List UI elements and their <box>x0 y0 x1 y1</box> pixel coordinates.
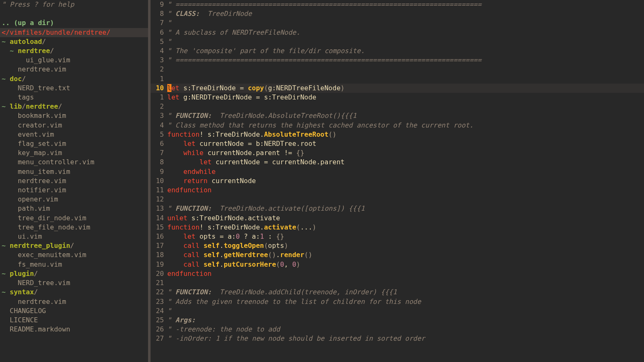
code-line[interactable]: 3" FUNCTION: TreeDirNode.AbsoluteTreeRoo… <box>151 111 644 120</box>
code-line[interactable]: 18 call self.getNerdtree().render() <box>151 250 644 260</box>
code-line[interactable]: 27" -inOrder: 1 if the new node should b… <box>151 334 644 343</box>
code-line[interactable]: 3" =====================================… <box>151 56 644 65</box>
code-line[interactable]: 12 <box>151 195 644 204</box>
tree-file[interactable]: event.vim <box>0 130 148 139</box>
code-line[interactable]: 26" -treenode: the node to add <box>151 325 644 334</box>
tree-file[interactable]: ui_glue.vim <box>0 56 148 65</box>
tree-dir[interactable]: ~ syntax/ <box>0 288 148 297</box>
tree-file[interactable]: opener.vim <box>0 195 148 204</box>
tree-file[interactable]: fs_menu.vim <box>0 260 148 269</box>
tree-file[interactable]: exec_menuitem.vim <box>0 250 148 260</box>
code-content: " <box>167 18 171 28</box>
code-line[interactable]: 7 while currentNode.parent != {} <box>151 148 644 158</box>
tree-file[interactable]: CHANGELOG <box>0 306 148 316</box>
tree-file[interactable]: bookmark.vim <box>0 111 148 120</box>
code-line[interactable]: 5function! s:TreeDirNode.AbsoluteTreeRoo… <box>151 130 644 139</box>
tree-file[interactable]: nerdtree.vim <box>0 176 148 186</box>
code-line[interactable]: 8 let currentNode = currentNode.parent <box>151 158 644 167</box>
tree-file[interactable]: tree_dir_node.vim <box>0 214 148 223</box>
code-line[interactable]: 17 call self.toggleOpen(opts) <box>151 241 644 250</box>
tree-dir[interactable]: ~ nerdtree/ <box>0 46 148 56</box>
code-line[interactable]: 1 <box>151 74 644 84</box>
code-line[interactable]: 4" The 'composite' part of the file/dir … <box>151 46 644 56</box>
code-line[interactable]: 2 <box>151 102 644 111</box>
code-line[interactable]: 25" Args: <box>151 316 644 325</box>
code-line[interactable]: 4" Class method that returns the highest… <box>151 121 644 130</box>
line-number: 12 <box>151 195 167 204</box>
line-number: 2 <box>151 65 167 74</box>
line-number: 7 <box>151 148 167 158</box>
code-line[interactable]: 9 endwhile <box>151 167 644 176</box>
tree-file[interactable]: NERD_tree.vim <box>0 278 148 288</box>
code-line[interactable]: 20endfunction <box>151 269 644 278</box>
line-number: 6 <box>151 28 167 37</box>
code-line[interactable]: 1let g:NERDTreeDirNode = s:TreeDirNode <box>151 93 644 102</box>
code-line[interactable]: 21 <box>151 278 644 288</box>
code-content: " CLASS: TreeDirNode <box>167 9 252 18</box>
root-path[interactable]: </vimfiles/bundle/nerdtree/ <box>0 28 148 37</box>
line-number: 5 <box>151 37 167 46</box>
tree-file[interactable]: creator.vim <box>0 121 148 130</box>
line-number: 3 <box>151 56 167 65</box>
tree-dir[interactable]: ~ plugin/ <box>0 269 148 278</box>
code-line[interactable]: 10 return currentNode <box>151 176 644 186</box>
tree-dir[interactable]: ~ doc/ <box>0 74 148 84</box>
code-line[interactable]: 14unlet s:TreeDirNode.activate <box>151 214 644 223</box>
tree-file[interactable]: menu_item.vim <box>0 167 148 176</box>
code-line[interactable]: 22" FUNCTION: TreeDirNode.addChild(treen… <box>151 288 644 297</box>
up-dir[interactable]: .. (up a dir) <box>0 18 148 28</box>
line-number: 23 <box>151 297 167 306</box>
tree-file[interactable]: flag_set.vim <box>0 139 148 148</box>
tree-file[interactable]: notifier.vim <box>0 186 148 195</box>
tree-file[interactable]: README.markdown <box>0 325 148 334</box>
line-number: 8 <box>151 158 167 167</box>
code-line[interactable]: 9" =====================================… <box>151 0 644 9</box>
tree-dir[interactable]: ~ lib/nerdtree/ <box>0 102 148 111</box>
line-number: 1 <box>151 93 167 102</box>
code-content: " Adds the given treenode to the list of… <box>167 297 421 306</box>
code-content: endfunction <box>167 186 212 195</box>
tree-file[interactable]: NERD_tree.txt <box>0 84 148 93</box>
line-number: 1 <box>151 74 167 84</box>
line-number: 19 <box>151 260 167 269</box>
code-line[interactable]: 2 <box>151 65 644 74</box>
code-editor[interactable]: 9" =====================================… <box>151 0 644 362</box>
code-content <box>167 65 171 74</box>
tree-dir[interactable]: ~ nerdtree_plugin/ <box>0 241 148 250</box>
line-number: 2 <box>151 102 167 111</box>
code-content: " <box>167 37 171 46</box>
code-content: let currentNode = b:NERDTree.root <box>167 139 316 148</box>
tree-file[interactable]: tags <box>0 93 148 102</box>
code-content: " <box>167 306 171 316</box>
line-number: 4 <box>151 121 167 130</box>
tree-file[interactable]: nerdtree.vim <box>0 297 148 306</box>
code-line[interactable]: 5" <box>151 37 644 46</box>
tree-file[interactable]: key_map.vim <box>0 148 148 158</box>
code-line[interactable]: 13" FUNCTION: TreeDirNode.activate([opti… <box>151 204 644 213</box>
tree-file[interactable]: nerdtree.vim <box>0 65 148 74</box>
code-content: let s:TreeDirNode = copy(g:NERDTreeFileN… <box>167 84 345 93</box>
code-line[interactable]: 16 let opts = a:0 ? a:1 : {} <box>151 232 644 241</box>
code-line[interactable]: 10let s:TreeDirNode = copy(g:NERDTreeFil… <box>151 84 644 93</box>
tree-file[interactable]: menu_controller.vim <box>0 158 148 167</box>
code-line[interactable]: 19 call self.putCursorHere(0, 0) <box>151 260 644 269</box>
code-line[interactable]: 23" Adds the given treenode to the list … <box>151 297 644 306</box>
line-number: 18 <box>151 250 167 260</box>
code-line[interactable]: 6" A subclass of NERDTreeFileNode. <box>151 28 644 37</box>
tree-file[interactable]: ui.vim <box>0 232 148 241</box>
code-content: call self.toggleOpen(opts) <box>167 241 288 250</box>
code-line[interactable]: 15function! s:TreeDirNode.activate(...) <box>151 223 644 232</box>
code-line[interactable]: 6 let currentNode = b:NERDTree.root <box>151 139 644 148</box>
tree-file[interactable]: path.vim <box>0 204 148 213</box>
tree-file[interactable]: LICENCE <box>0 316 148 325</box>
code-line[interactable]: 11endfunction <box>151 186 644 195</box>
code-content: " Class method that returns the highest … <box>167 121 473 130</box>
code-line[interactable]: 24" <box>151 306 644 316</box>
tree-file[interactable]: tree_file_node.vim <box>0 223 148 232</box>
nerdtree-sidebar[interactable]: " Press ? for help .. (up a dir) </vimfi… <box>0 0 148 362</box>
code-content: " The 'composite' part of the file/dir c… <box>167 46 365 56</box>
tree-dir[interactable]: ~ autoload/ <box>0 37 148 46</box>
code-line[interactable]: 7" <box>151 18 644 28</box>
code-line[interactable]: 8" CLASS: TreeDirNode <box>151 9 644 18</box>
code-content: while currentNode.parent != {} <box>167 148 304 158</box>
